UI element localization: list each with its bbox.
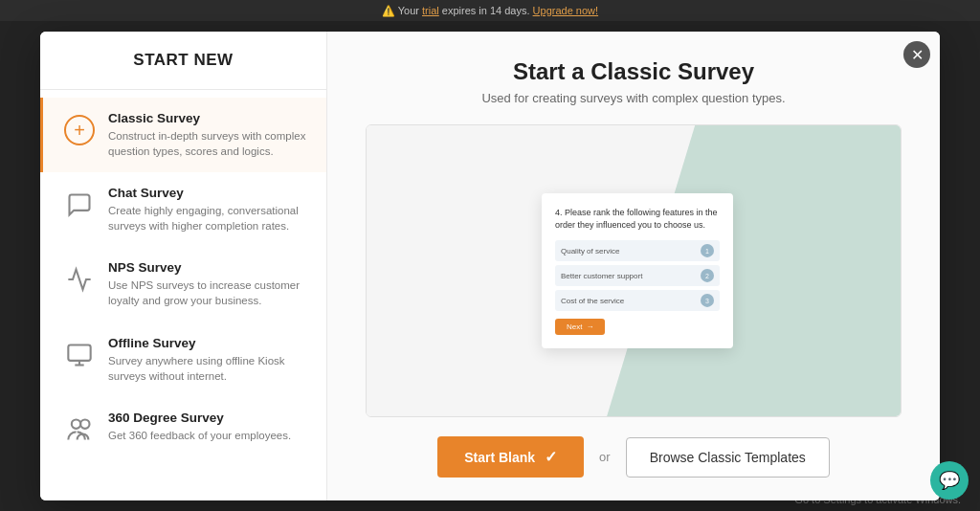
survey-preview: 4. Please rank the following features in…: [366, 124, 902, 417]
360-survey-content: 360 Degree Survey Get 360 feedback of yo…: [108, 411, 291, 443]
preview-option-3: Cost of the service 3: [555, 290, 720, 311]
offline-survey-label: Offline Survey: [108, 336, 307, 350]
offline-survey-desc: Survey anywhere using offline Kiosk surv…: [108, 353, 307, 384]
start-blank-label: Start Blank: [464, 450, 535, 465]
nps-icon-wrapper: [62, 262, 97, 297]
rank-2: 2: [701, 269, 714, 282]
chat-survey-content: Chat Survey Create highly engaging, conv…: [108, 186, 307, 233]
rank-3: 3: [701, 294, 714, 307]
offline-icon: [64, 340, 95, 370]
sidebar-item-classic-survey[interactable]: + Classic Survey Construct in-depth surv…: [40, 98, 326, 172]
sidebar-title: START NEW: [59, 51, 307, 70]
modal-close-button[interactable]: ✕: [903, 41, 930, 68]
close-icon: ✕: [911, 46, 924, 64]
sidebar-item-offline-survey[interactable]: Offline Survey Survey anywhere using off…: [40, 322, 326, 397]
offline-icon-wrapper: [62, 338, 97, 372]
content-title: Start a Classic Survey: [513, 58, 754, 85]
nps-survey-content: NPS Survey Use NPS surveys to increase c…: [108, 260, 307, 308]
360-icon-wrapper: [62, 412, 97, 447]
svg-point-3: [72, 419, 80, 428]
option-label-2: Better customer support: [561, 272, 642, 280]
checkmark-icon: ✓: [545, 448, 557, 466]
arrow-icon: →: [586, 322, 593, 331]
offline-survey-content: Offline Survey Survey anywhere using off…: [108, 336, 307, 384]
modal-container: ✕ START NEW + Classic Survey Construct i…: [40, 32, 940, 500]
360-survey-desc: Get 360 feedback of your employees.: [108, 428, 291, 443]
preview-card: 4. Please rank the following features in…: [542, 193, 733, 348]
or-separator: or: [599, 450, 611, 464]
plus-icon: +: [64, 115, 95, 145]
preview-option-2: Better customer support 2: [555, 265, 720, 286]
browse-templates-button[interactable]: Browse Classic Templates: [626, 437, 830, 478]
sidebar: START NEW + Classic Survey Construct in-…: [40, 32, 327, 500]
chat-icon: [64, 189, 95, 220]
360-icon: [64, 414, 95, 445]
chat-survey-label: Chat Survey: [108, 186, 307, 200]
sidebar-item-nps-survey[interactable]: NPS Survey Use NPS surveys to increase c…: [40, 247, 326, 322]
upgrade-link[interactable]: Upgrade now!: [533, 5, 599, 16]
nps-survey-label: NPS Survey: [108, 260, 307, 275]
chat-bubble-icon: 💬: [939, 470, 960, 491]
notification-bar: ⚠️ Your trial expires in 14 days. Upgrad…: [0, 0, 980, 21]
360-survey-label: 360 Degree Survey: [108, 411, 291, 425]
chat-support-bubble[interactable]: 💬: [930, 461, 969, 500]
content-subtitle: Used for creating surveys with complex q…: [481, 91, 785, 105]
sidebar-header: START NEW: [40, 32, 326, 90]
chat-survey-desc: Create highly engaging, conversational s…: [108, 203, 307, 233]
chat-icon-wrapper: [62, 188, 97, 222]
preview-next-button: Next →: [555, 319, 605, 335]
classic-survey-content: Classic Survey Construct in-depth survey…: [108, 111, 307, 159]
modal-backdrop: ✕ START NEW + Classic Survey Construct i…: [0, 21, 980, 511]
modal-actions: Start Blank ✓ or Browse Classic Template…: [366, 436, 902, 478]
browse-templates-label: Browse Classic Templates: [650, 450, 806, 465]
sidebar-item-360-survey[interactable]: 360 Degree Survey Get 360 feedback of yo…: [40, 397, 326, 460]
sidebar-item-chat-survey[interactable]: Chat Survey Create highly engaging, conv…: [40, 172, 326, 247]
plus-icon-wrapper: +: [62, 113, 97, 147]
svg-rect-0: [68, 344, 90, 360]
option-label-1: Quality of service: [561, 247, 619, 256]
modal-main-content: Start a Classic Survey Used for creating…: [327, 32, 940, 500]
option-label-3: Cost of the service: [561, 297, 624, 305]
nps-survey-desc: Use NPS surveys to increase customer loy…: [108, 278, 307, 308]
nps-icon: [64, 264, 95, 295]
next-label: Next: [567, 322, 582, 331]
start-blank-button[interactable]: Start Blank ✓: [437, 436, 584, 478]
preview-option-1: Quality of service 1: [555, 240, 720, 261]
trial-link[interactable]: trial: [422, 5, 439, 16]
preview-question: 4. Please rank the following features in…: [555, 207, 720, 231]
notif-text: ⚠️ Your trial expires in 14 days. Upgrad…: [382, 5, 598, 17]
rank-1: 1: [701, 244, 714, 257]
preview-next-wrapper: Next →: [555, 319, 720, 335]
classic-survey-label: Classic Survey: [108, 111, 307, 125]
classic-survey-desc: Construct in-depth surveys with complex …: [108, 128, 307, 159]
svg-point-4: [80, 419, 89, 428]
survey-list: + Classic Survey Construct in-depth surv…: [40, 90, 326, 500]
